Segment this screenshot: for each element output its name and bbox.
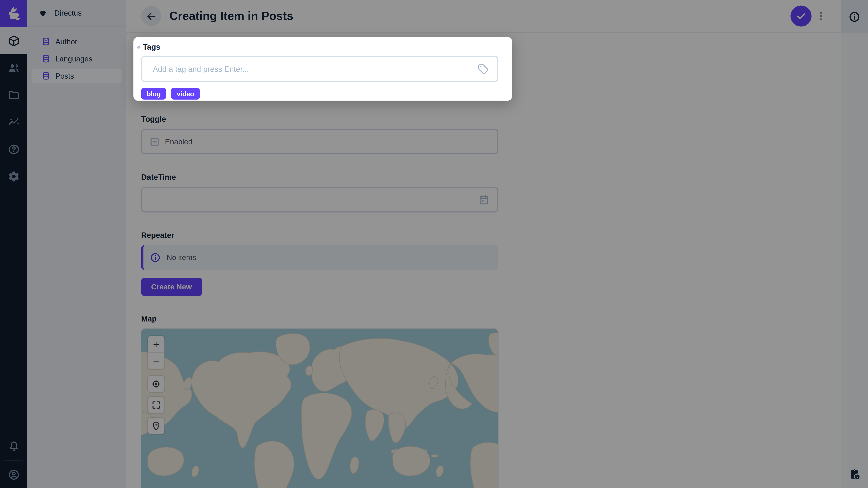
tags-label-row: Tags xyxy=(137,42,512,52)
field-label-tags: Tags xyxy=(143,43,160,52)
tag-pill[interactable]: video xyxy=(171,88,200,99)
tag-pill[interactable]: blog xyxy=(141,88,166,99)
tags-input[interactable] xyxy=(141,56,498,82)
directus-app: Directus Author Languages xyxy=(0,0,868,488)
tags-input-wrap xyxy=(141,56,498,82)
tag-icon xyxy=(477,63,489,74)
edited-indicator-dot xyxy=(137,46,140,48)
tags-field-card: Tags blog video xyxy=(133,37,512,101)
tags-pills: blog video xyxy=(141,88,512,99)
